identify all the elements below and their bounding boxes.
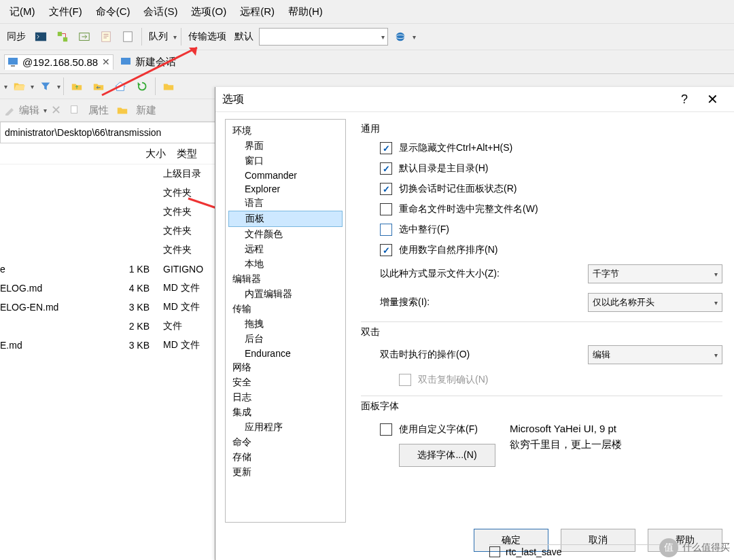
choose-font-button[interactable]: 选择字体...(N) [399, 444, 495, 467]
cb-custom-font-label: 使用自定义字体(F) [399, 423, 478, 436]
new-label[interactable]: 新建 [136, 104, 156, 117]
filter-icon[interactable] [35, 76, 56, 97]
edit-label[interactable]: 编辑 [19, 104, 39, 117]
cb-natural-sort-label: 使用数字自然序排序(N) [399, 244, 497, 256]
cb-default-home[interactable] [380, 162, 392, 175]
log-icon[interactable] [118, 27, 137, 46]
menu-options[interactable]: 选项(O) [186, 4, 232, 20]
open-dropdown-icon[interactable]: ▾ [31, 83, 34, 90]
menu-file[interactable]: 文件(F) [43, 4, 88, 20]
tree-item[interactable]: Commander [226, 169, 345, 182]
menu-session[interactable]: 会话(S) [138, 4, 183, 20]
edit-dropdown-icon[interactable]: ▾ [43, 107, 47, 114]
menu-remote[interactable]: 远程(R) [234, 4, 280, 20]
dbl-action-select[interactable]: 编辑▾ [588, 345, 722, 364]
find-folder-icon[interactable] [158, 76, 179, 97]
cb-show-hidden[interactable] [380, 142, 392, 154]
tree-item[interactable]: 窗口 [226, 154, 345, 169]
cb-custom-font[interactable] [380, 423, 392, 436]
home-icon[interactable] [110, 76, 130, 97]
transfer-opts-label: 传输选项 [186, 31, 229, 43]
svg-rect-8 [8, 58, 18, 65]
cb-rtc[interactable] [489, 546, 500, 557]
close-icon[interactable]: ✕ [697, 91, 728, 107]
svg-rect-0 [35, 33, 46, 41]
cb-show-hidden-label: 显示隐藏文件Ctrl+Alt+H(S) [399, 142, 512, 154]
session-tab-1-label: @192.168.50.88 [22, 56, 98, 68]
sync-label[interactable]: 同步 [4, 31, 29, 43]
watermark: 值 什么值得买 [659, 538, 730, 557]
watermark-badge: 值 [659, 538, 678, 557]
transfer-settings-icon[interactable] [391, 27, 410, 46]
inc-search-select[interactable]: 仅以此名称开头▾ [588, 293, 722, 312]
tree-item[interactable]: 本地 [226, 257, 345, 272]
back-folder-icon[interactable] [88, 76, 109, 97]
tree-item[interactable]: 安全 [226, 375, 345, 390]
menu-command[interactable]: 命令(C) [90, 4, 136, 20]
options-dialog: 选项 ? ✕ 环境界面窗口CommanderExplorer语言面板文件颜色远程… [215, 87, 734, 560]
size-format-select[interactable]: 千字节▾ [588, 264, 722, 283]
tree-item[interactable]: 文件颜色 [226, 227, 345, 242]
tree-item[interactable]: 应用程序 [226, 420, 345, 435]
tree-item[interactable]: 内置编辑器 [226, 287, 345, 302]
tree-item[interactable]: Endurance [226, 347, 345, 360]
new-folder-yellow-icon[interactable] [113, 101, 132, 120]
rtc-label: rtc_last_save [506, 546, 561, 557]
terminal-icon[interactable] [31, 27, 50, 46]
font-sample: Microsoft YaHei UI, 9 pt 欲穷千里目，更上一层楼 [509, 419, 623, 454]
refresh-icon[interactable] [132, 76, 152, 97]
col-size[interactable]: 大小 [79, 147, 171, 160]
sync-browse-icon[interactable] [53, 27, 72, 46]
svg-rect-11 [71, 106, 77, 113]
tree-item[interactable]: 语言 [226, 196, 345, 211]
tree-item[interactable]: 存储 [226, 450, 345, 465]
cb-dbl-confirm [399, 374, 411, 386]
pencil-icon [4, 105, 15, 116]
script-icon[interactable] [97, 27, 116, 46]
props-label[interactable]: 属性 [88, 104, 109, 117]
parent-folder-icon[interactable] [67, 76, 87, 97]
queue-dropdown-icon[interactable]: ▾ [173, 33, 177, 41]
group-general: 通用 [361, 123, 722, 135]
filter-dropdown-icon[interactable]: ▾ [57, 83, 60, 90]
transfer-settings-dropdown-icon[interactable]: ▾ [413, 33, 416, 41]
tree-item[interactable]: 界面 [226, 139, 345, 154]
tree-item[interactable]: Explorer [226, 182, 345, 196]
tree-item[interactable]: 日志 [226, 390, 345, 405]
tree-item[interactable]: 后台 [226, 332, 345, 347]
tree-item[interactable]: 环境 [226, 124, 345, 139]
svg-rect-1 [58, 32, 62, 36]
options-tree[interactable]: 环境界面窗口CommanderExplorer语言面板文件颜色远程本地编辑器内置… [225, 119, 346, 523]
tree-item[interactable]: 拖拽 [226, 317, 345, 332]
tree-item[interactable]: 网络 [226, 360, 345, 375]
delete-x-icon[interactable]: ✕ [51, 103, 61, 118]
tree-item[interactable]: 集成 [226, 405, 345, 420]
tree-item[interactable]: 命令 [226, 435, 345, 450]
transfer-preset-combo[interactable]: ▾ [259, 28, 388, 46]
copy-icon[interactable] [65, 101, 84, 120]
options-panel: 通用 显示隐藏文件Ctrl+Alt+H(S) 默认目录是主目录(H) 切换会话时… [346, 112, 734, 529]
group-font: 面板字体 [361, 400, 722, 413]
help-icon[interactable]: ? [671, 92, 697, 107]
queue-label[interactable]: 队列 [146, 31, 171, 43]
open-folder-icon[interactable] [9, 76, 29, 97]
menu-mark[interactable]: 记(M) [4, 4, 41, 20]
tree-item[interactable]: 编辑器 [226, 272, 345, 287]
cb-full-row-label: 选中整行(F) [399, 224, 449, 236]
close-icon[interactable]: ✕ [102, 56, 110, 67]
tree-item[interactable]: 传输 [226, 302, 345, 317]
new-session-tab[interactable]: 新建会话 [118, 54, 179, 70]
cb-natural-sort[interactable] [380, 244, 392, 256]
cb-rename-full-label: 重命名文件时选中完整文件名(W) [399, 203, 538, 215]
tree-item[interactable]: 面板 [228, 211, 343, 227]
tree-item[interactable]: 更新 [226, 465, 345, 480]
cb-remember-state[interactable] [380, 183, 392, 195]
cb-full-row[interactable] [380, 224, 392, 236]
session-tab-1[interactable]: @192.168.50.88 ✕ [4, 54, 113, 70]
menu-help[interactable]: 帮助(H) [283, 4, 328, 20]
svg-point-6 [396, 33, 405, 41]
cb-rename-full[interactable] [380, 203, 392, 215]
drive-dropdown-icon[interactable]: ▾ [4, 83, 7, 90]
tree-item[interactable]: 远程 [226, 242, 345, 257]
transfer-icon[interactable] [75, 27, 94, 46]
